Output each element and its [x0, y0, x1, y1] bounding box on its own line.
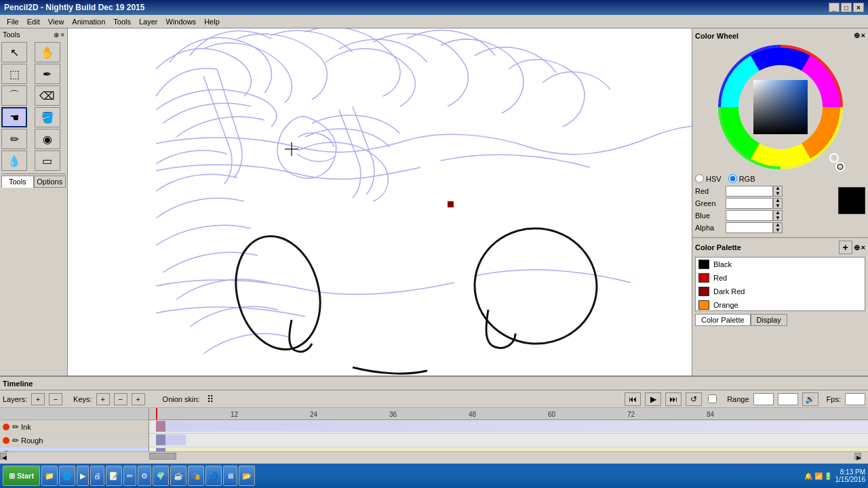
palette-item-darkred[interactable]: Dark Red	[696, 285, 865, 298]
rgb-radio[interactable]	[728, 174, 737, 183]
maximize-button[interactable]: □	[841, 3, 852, 12]
rgb-radio-label[interactable]: RGB	[728, 174, 755, 183]
alpha-input[interactable]: 255	[726, 222, 773, 233]
taskbar-settings-btn[interactable]: ⚙	[138, 466, 151, 486]
tool-hand[interactable]: ☚	[1, 107, 27, 127]
palette-close[interactable]: ×	[861, 243, 865, 251]
tool-marquee[interactable]: ⬚	[1, 64, 27, 84]
color-preview	[838, 187, 865, 214]
taskbar-folder-btn[interactable]: 📁	[41, 466, 58, 486]
play-button[interactable]: ▶	[645, 392, 661, 406]
taskbar-chrome-btn[interactable]: 🔵	[205, 466, 222, 486]
menu-help[interactable]: Help	[200, 17, 224, 26]
taskbar-pencil-btn[interactable]: ✏	[123, 466, 136, 486]
range-start-input[interactable]: 1	[753, 393, 774, 405]
tool-rubber[interactable]: ▭	[35, 150, 60, 171]
playhead[interactable]	[156, 408, 157, 420]
red-spin[interactable]: ▲▼	[773, 186, 783, 197]
range-end-input[interactable]: 10	[778, 393, 798, 405]
menu-layer[interactable]: Layer	[135, 17, 162, 26]
start-button[interactable]: ⊞ Start	[3, 466, 40, 486]
blue-input[interactable]: 0	[726, 210, 773, 221]
pencil-icon: ✏	[127, 472, 133, 481]
tool-lasso[interactable]: ⌒	[1, 85, 27, 106]
menu-windows[interactable]: Windows	[162, 17, 201, 26]
green-spin[interactable]: ▲▼	[773, 198, 783, 209]
taskbar-coffee-btn[interactable]: ☕	[170, 466, 186, 486]
taskbar-ie-btn[interactable]: 🌐	[59, 466, 75, 486]
palette-item-black[interactable]: Black	[696, 258, 865, 271]
blue-spin[interactable]: ▲▼	[773, 210, 783, 221]
tool-pencil[interactable]: ✏	[1, 129, 27, 149]
menu-animation[interactable]: Animation	[68, 17, 109, 26]
canvas-area[interactable]	[68, 28, 692, 375]
palette-tab-colors[interactable]: Color Palette	[695, 314, 751, 326]
fps-input[interactable]: 12	[845, 393, 865, 405]
tool-eraser[interactable]: ⌫	[35, 85, 60, 106]
tools-grid: ↖ ✋ ⬚ ✒ ⌒ ⌫ ☚ 🪣 ✏ ◉ 💧 ▭	[1, 42, 66, 171]
taskbar-hp-btn[interactable]: 🖨	[90, 466, 104, 486]
close-button[interactable]: ×	[853, 3, 864, 12]
red-label: Red	[695, 187, 726, 195]
play-loop-button[interactable]: ⏭	[665, 392, 682, 406]
red-input[interactable]: 0	[726, 186, 773, 197]
hsv-radio[interactable]	[695, 174, 704, 183]
tools-panel-close[interactable]: ×	[60, 31, 64, 39]
add-layer-button[interactable]: +	[31, 393, 45, 405]
tab-options[interactable]: Options	[34, 176, 66, 188]
scroll-left-btn[interactable]: ◄	[0, 453, 7, 460]
tool-smudge[interactable]: ◉	[35, 129, 60, 149]
green-input[interactable]: 0	[726, 198, 773, 209]
svg-point-1	[470, 223, 601, 348]
menu-file[interactable]: File	[3, 17, 23, 26]
menu-edit[interactable]: Edit	[23, 17, 44, 26]
coffee-icon: ☕	[174, 472, 183, 481]
tool-pen[interactable]: ✒	[35, 64, 60, 84]
tool-move[interactable]: ✋	[35, 42, 60, 62]
palette-add-button[interactable]: +	[839, 241, 852, 254]
taskbar-notepad-btn[interactable]: 📝	[106, 466, 122, 486]
rough-frame-1[interactable]	[156, 434, 165, 445]
start-label: Start	[17, 472, 34, 480]
remove-layer-button[interactable]: −	[49, 393, 62, 405]
rewind-button[interactable]: ⏮	[625, 392, 641, 406]
tools-panel-expand[interactable]: ⊕	[54, 31, 59, 39]
timeline-scrollbar[interactable]: ◄ ►	[0, 451, 868, 460]
ruler-mark-24: 24	[310, 411, 317, 418]
minimize-button[interactable]: _	[829, 3, 840, 12]
timeline-header: Timeline	[0, 377, 868, 390]
hsv-radio-label[interactable]: HSV	[695, 174, 722, 183]
title-bar-controls[interactable]: _ □ ×	[829, 3, 864, 12]
remove-key-button[interactable]: −	[114, 393, 127, 405]
timeline-scroll-thumb[interactable]	[149, 453, 176, 460]
sound-button[interactable]: 🔊	[802, 392, 818, 406]
taskbar-media-btn[interactable]: ▶	[77, 466, 89, 486]
palette-expand[interactable]: ⊕	[854, 243, 860, 252]
color-wheel-svg[interactable]	[716, 43, 845, 171]
taskbar-globe-btn[interactable]: 🌍	[153, 466, 169, 486]
taskbar-blender-btn[interactable]: 🎭	[188, 466, 204, 486]
menu-view[interactable]: View	[44, 17, 68, 26]
tools-panel: Tools ⊕ × ↖ ✋ ⬚ ✒ ⌒ ⌫ ☚ 🪣 ✏ ◉ 💧 ▭ Tools …	[0, 28, 68, 375]
stop-button[interactable]: ↺	[686, 392, 702, 406]
tab-tools[interactable]: Tools	[1, 176, 34, 188]
monitor-icon: 🖥	[226, 472, 234, 480]
alpha-spin[interactable]: ▲▼	[773, 222, 783, 233]
taskbar-monitor-btn[interactable]: 🖥	[223, 466, 237, 486]
tool-select[interactable]: ↖	[1, 42, 27, 62]
palette-item-red[interactable]: Red	[696, 271, 865, 285]
color-wheel-expand[interactable]: ⊕	[854, 31, 860, 40]
palette-tab-display[interactable]: Display	[751, 314, 787, 326]
menu-tools[interactable]: Tools	[109, 17, 135, 26]
layer-row-rough[interactable]: ✏ Rough	[0, 434, 149, 447]
color-wheel-close[interactable]: ×	[861, 31, 865, 40]
tool-paint[interactable]: 🪣	[35, 107, 60, 127]
duplicate-key-button[interactable]: +	[132, 393, 145, 405]
tool-eyedrop[interactable]: 💧	[1, 150, 27, 171]
layer-row-ink[interactable]: ✏ Ink	[0, 420, 149, 434]
palette-item-orange[interactable]: Orange	[696, 298, 865, 311]
taskbar-files-btn[interactable]: 📂	[239, 466, 255, 486]
loop-checkbox[interactable]	[708, 394, 717, 403]
scroll-right-btn[interactable]: ►	[854, 453, 861, 460]
add-key-button[interactable]: +	[96, 393, 110, 405]
